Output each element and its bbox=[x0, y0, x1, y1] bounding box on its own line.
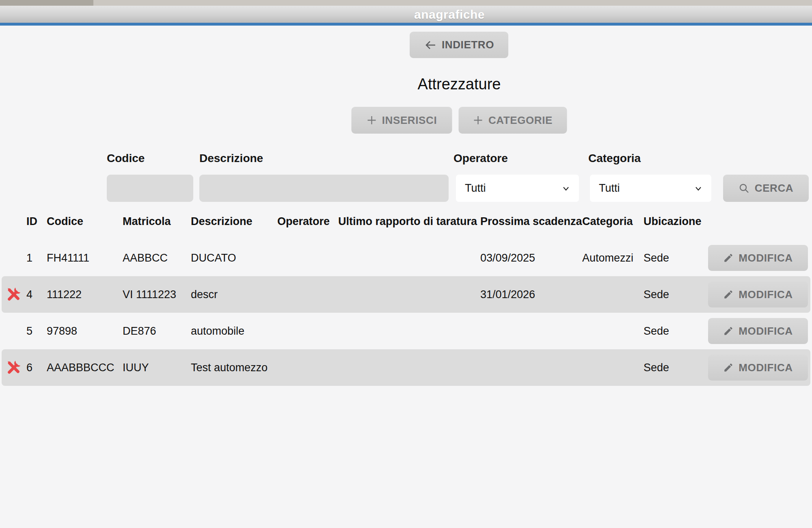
pencil-icon bbox=[723, 326, 734, 336]
cell-actions: MODIFICA bbox=[708, 355, 808, 381]
cell-descrizione: descr bbox=[191, 288, 277, 301]
cell-matricola: DE876 bbox=[123, 325, 191, 338]
cell-categoria: Automezzi bbox=[582, 252, 644, 264]
cell-prossima-scadenza: 03/09/2025 bbox=[480, 252, 582, 264]
edit-button[interactable]: MODIFICA bbox=[708, 281, 808, 307]
insert-button-label: INSERISCI bbox=[382, 114, 437, 127]
anagrafiche-window: anagrafiche INDIETRO Attrezzature INSERI… bbox=[0, 0, 812, 528]
chevron-down-icon bbox=[693, 184, 703, 193]
cell-matricola: AABBCC bbox=[123, 252, 191, 264]
table-row: 6 AAABBBCCC IUUY Test automezzo Sede MOD… bbox=[2, 349, 810, 386]
col-header-descrizione: Descrizione bbox=[191, 215, 277, 228]
insert-button[interactable]: INSERISCI bbox=[352, 107, 452, 134]
col-header-codice: Codice bbox=[47, 215, 123, 228]
cell-prossima-scadenza: 31/01/2026 bbox=[480, 288, 582, 301]
col-header-matricola: Matricola bbox=[123, 215, 191, 228]
table-body: 1 FH41111 AABBCC DUCATO 03/09/2025 Autom… bbox=[2, 240, 810, 386]
operatore-filter-select[interactable]: Tutti bbox=[456, 175, 579, 202]
plus-icon bbox=[367, 115, 377, 126]
edit-button-label: MODIFICA bbox=[739, 325, 793, 338]
maintenance-tools-icon bbox=[5, 286, 22, 303]
descrizione-filter-label: Descrizione bbox=[199, 152, 263, 165]
table-header: ID Codice Matricola Descrizione Operator… bbox=[2, 206, 810, 237]
edit-button[interactable]: MODIFICA bbox=[708, 318, 808, 344]
col-header-prossima-scadenza: Prossima scadenza bbox=[480, 215, 582, 228]
cell-matricola: VI 1111223 bbox=[123, 288, 191, 301]
pencil-icon bbox=[723, 253, 734, 263]
categoria-selected-value: Tutti bbox=[599, 182, 620, 195]
codice-filter-input[interactable] bbox=[107, 175, 193, 202]
page-actions: INSERISCI CATEGORIE bbox=[352, 107, 567, 134]
cell-codice: 97898 bbox=[47, 325, 123, 338]
chevron-down-icon bbox=[561, 184, 571, 193]
operatore-filter-label: Operatore bbox=[454, 152, 508, 165]
cell-id: 1 bbox=[26, 252, 47, 264]
page-title: Attrezzature bbox=[418, 76, 501, 93]
col-header-categoria: Categoria bbox=[582, 215, 644, 228]
categoria-filter-select[interactable]: Tutti bbox=[590, 175, 711, 202]
table-row: 1 FH41111 AABBCC DUCATO 03/09/2025 Autom… bbox=[2, 240, 810, 276]
maintenance-tools-icon bbox=[5, 359, 22, 376]
col-header-ubicazione: Ubicazione bbox=[644, 215, 708, 228]
categoria-filter-label: Categoria bbox=[588, 152, 641, 165]
categories-button[interactable]: CATEGORIE bbox=[459, 107, 567, 134]
chrome-strip-right bbox=[93, 0, 812, 6]
edit-button[interactable]: MODIFICA bbox=[708, 245, 808, 271]
cell-codice: AAABBBCCC bbox=[47, 361, 123, 374]
back-button[interactable]: INDIETRO bbox=[410, 32, 508, 58]
cell-ubicazione: Sede bbox=[644, 361, 708, 374]
cell-codice: 111222 bbox=[47, 288, 123, 301]
accent-divider bbox=[0, 23, 812, 26]
table-row: 5 97898 DE876 automobile Sede MODIFICA bbox=[2, 313, 810, 349]
cell-actions: MODIFICA bbox=[708, 318, 808, 344]
cell-matricola: IUUY bbox=[123, 361, 191, 374]
maintenance-cell bbox=[2, 359, 26, 376]
cell-ubicazione: Sede bbox=[644, 252, 708, 264]
edit-button-label: MODIFICA bbox=[739, 288, 793, 301]
table-row: 4 111222 VI 1111223 descr 31/01/2026 Sed… bbox=[2, 276, 810, 313]
cell-actions: MODIFICA bbox=[708, 245, 808, 271]
descrizione-filter-input[interactable] bbox=[199, 175, 449, 202]
col-header-ultimo-rapporto: Ultimo rapporto di taratura bbox=[338, 215, 480, 228]
window-titlebar: anagrafiche bbox=[0, 6, 812, 23]
codice-filter-label: Codice bbox=[107, 152, 145, 165]
cell-id: 5 bbox=[26, 325, 47, 338]
search-button[interactable]: CERCA bbox=[723, 175, 809, 202]
edit-button-label: MODIFICA bbox=[739, 252, 793, 264]
maintenance-cell bbox=[2, 322, 26, 340]
maintenance-cell bbox=[2, 249, 26, 266]
plus-icon bbox=[473, 115, 484, 126]
cell-ubicazione: Sede bbox=[644, 288, 708, 301]
edit-button[interactable]: MODIFICA bbox=[708, 355, 808, 381]
cell-actions: MODIFICA bbox=[708, 281, 808, 307]
edit-button-label: MODIFICA bbox=[739, 361, 793, 374]
cell-descrizione: DUCATO bbox=[191, 252, 277, 264]
cell-descrizione: Test automezzo bbox=[191, 361, 277, 374]
pencil-icon bbox=[723, 289, 734, 300]
pencil-icon bbox=[723, 362, 734, 373]
chrome-strip-left bbox=[0, 0, 93, 6]
browser-chrome-strip bbox=[0, 0, 812, 6]
search-button-label: CERCA bbox=[755, 182, 793, 195]
cell-id: 6 bbox=[26, 361, 47, 374]
cell-descrizione: automobile bbox=[191, 325, 277, 338]
cell-ubicazione: Sede bbox=[644, 325, 708, 338]
categories-button-label: CATEGORIE bbox=[488, 114, 553, 127]
col-header-operatore: Operatore bbox=[277, 215, 338, 228]
cell-id: 4 bbox=[26, 288, 47, 301]
window-title: anagrafiche bbox=[414, 8, 485, 22]
operatore-selected-value: Tutti bbox=[465, 182, 486, 195]
arrow-left-icon bbox=[424, 40, 437, 50]
cell-codice: FH41111 bbox=[47, 252, 123, 264]
maintenance-cell bbox=[2, 286, 26, 303]
search-icon bbox=[739, 183, 750, 194]
col-header-id: ID bbox=[26, 215, 47, 228]
back-button-label: INDIETRO bbox=[442, 39, 494, 51]
